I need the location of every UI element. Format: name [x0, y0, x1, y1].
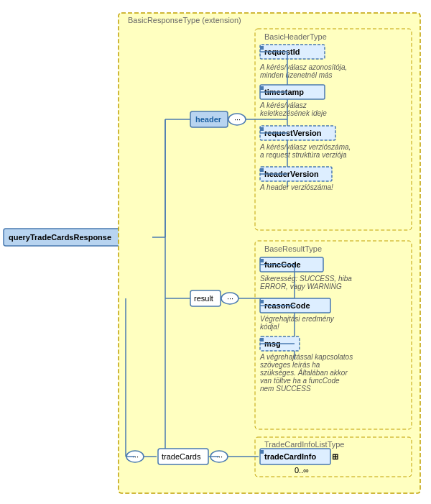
root-node-label: queryTradeCardsResponse [9, 233, 111, 242]
header-section-title: BasicHeaderType [264, 32, 327, 41]
result-section-title: BaseResultType [264, 244, 322, 253]
msg-desc: A végrehajtással kapcsolatos [259, 353, 353, 361]
result-right-dots: ··· [227, 294, 233, 303]
tradecards-section-title: TradeCardInfoListType [264, 440, 344, 449]
header-connector-label: header [195, 115, 222, 124]
svg-rect-11 [260, 259, 264, 262]
svg-rect-6 [260, 127, 264, 131]
msg-desc5: nem SUCCESS [260, 385, 311, 393]
svg-rect-25 [260, 450, 264, 454]
svg-rect-16 [260, 338, 264, 342]
msg-desc2: szöveges leírás ha [260, 361, 320, 369]
header-right-dots: ··· [234, 115, 241, 124]
reasoncode-desc: Végrehajtási eredmény [260, 315, 335, 323]
tradecardinfo-plus: ⊞ [332, 452, 338, 461]
headerversion-desc: A header verziószáma! [259, 183, 333, 191]
timestamp-desc: A kérés/válasz [259, 101, 307, 109]
requestversion-desc2: a request struktúra verziója [260, 151, 347, 159]
msg-desc3: szükséges. Általában akkor [260, 368, 348, 377]
requestid-desc2: minden üzenetnél más [260, 71, 333, 79]
funccode-desc2: ERROR, vagy WARNING [260, 283, 342, 290]
diagram-container: queryTradeCardsResponse ··· BasicRespons… [0, 0, 431, 504]
funccode-desc: Sikeresség: SUCCESS, hiba [260, 275, 352, 283]
result-connector-label: result [194, 294, 213, 303]
reasoncode-desc2: kódja! [260, 323, 279, 331]
requestid-desc: A kérés/válasz azonosítója, [259, 63, 347, 71]
requestversion-desc: A kérés/válasz verziószáma, [259, 143, 351, 151]
svg-rect-4 [260, 86, 264, 90]
outer-box-title: BasicResponseType (extension) [128, 16, 241, 24]
timestamp-desc2: keletkezésének ideje [260, 109, 327, 117]
requestid-indicator [260, 46, 264, 50]
msg-desc4: van töltve ha a funcCode [260, 377, 340, 385]
multiplicity-label: 0..∞ [295, 466, 309, 475]
tradecardinfo-label: tradeCardInfo [264, 452, 316, 461]
tradecards-label: tradeCards [162, 452, 201, 461]
svg-rect-14 [260, 300, 264, 303]
svg-rect-8 [260, 168, 264, 172]
